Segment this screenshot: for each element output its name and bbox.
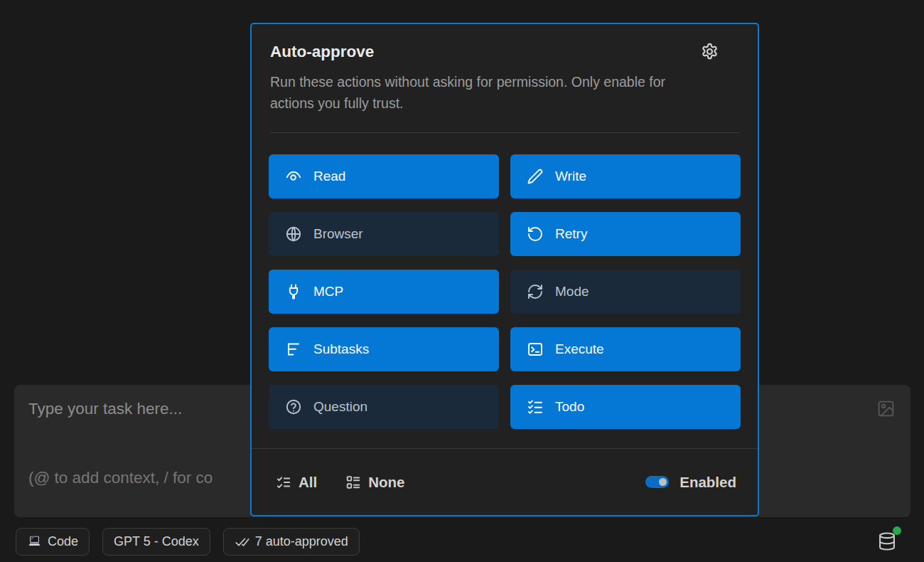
dialog-description: Run these actions without asking for per… — [270, 72, 692, 114]
mode-chip[interactable]: Code — [16, 528, 90, 556]
question-icon — [285, 398, 302, 415]
select-all-label: All — [299, 474, 317, 491]
action-label: Write — [555, 169, 586, 184]
action-label: Retry — [555, 226, 587, 242]
database-button[interactable] — [877, 528, 898, 552]
model-chip-label: GPT 5 - Codex — [114, 534, 199, 549]
select-all-button[interactable]: All — [276, 474, 317, 491]
dialog-footer: All None Enabled — [252, 449, 758, 515]
action-label: Subtasks — [313, 341, 369, 357]
auto-approve-chip-label: 7 auto-approved — [255, 534, 348, 549]
enabled-toggle-label: Enabled — [679, 474, 736, 491]
action-button-mode[interactable]: Mode — [510, 270, 741, 314]
action-label: Mode — [555, 284, 589, 299]
list-boxes-icon — [345, 474, 361, 490]
laptop-icon — [27, 534, 42, 549]
toggle-knob — [659, 478, 667, 486]
action-label: Browser — [313, 226, 363, 242]
action-label: Question — [313, 399, 367, 415]
auto-approve-chip[interactable]: 7 auto-approved — [223, 528, 360, 556]
action-button-retry[interactable]: Retry — [510, 212, 741, 256]
actions-grid: ReadWriteBrowserRetryMCPModeSubtasksExec… — [252, 133, 758, 448]
action-label: Todo — [555, 399, 584, 415]
action-button-todo[interactable]: Todo — [510, 385, 741, 429]
action-button-execute[interactable]: Execute — [510, 327, 741, 371]
app-window: Type your task here... (@ to add context… — [0, 0, 924, 562]
task-input-hint: (@ to add context, / for co — [28, 469, 213, 487]
action-button-write[interactable]: Write — [510, 154, 741, 198]
action-button-question[interactable]: Question — [269, 385, 499, 429]
action-button-subtasks[interactable]: Subtasks — [269, 327, 499, 371]
check-all-icon — [235, 534, 249, 549]
mode-chip-label: Code — [48, 534, 78, 549]
list-tree-icon — [285, 341, 302, 358]
action-label: Execute — [555, 341, 604, 357]
action-label: Read — [313, 169, 345, 184]
list-checks-icon — [527, 398, 544, 415]
dialog-title: Auto-approve — [270, 43, 374, 61]
select-none-button[interactable]: None — [345, 474, 404, 491]
task-input-placeholder: Type your task here... — [28, 400, 182, 418]
enabled-toggle[interactable] — [645, 476, 669, 488]
sync-icon — [527, 283, 544, 300]
status-bar: Code GPT 5 - Codex 7 auto-approved — [16, 528, 360, 556]
plug-icon — [285, 283, 302, 300]
action-label: MCP — [313, 284, 343, 299]
gear-icon[interactable] — [700, 42, 719, 61]
model-chip[interactable]: GPT 5 - Codex — [102, 528, 210, 556]
action-button-read[interactable]: Read — [269, 154, 499, 198]
retry-icon — [527, 226, 544, 243]
eye-icon — [285, 168, 302, 185]
status-dot — [893, 526, 901, 535]
globe-icon — [285, 226, 302, 243]
action-button-browser[interactable]: Browser — [269, 212, 499, 256]
auto-approve-dialog: Auto-approve Run these actions without a… — [250, 23, 759, 516]
select-none-label: None — [368, 474, 404, 491]
dialog-header: Auto-approve Run these actions without a… — [252, 24, 758, 133]
terminal-icon — [527, 341, 544, 358]
attach-image-icon[interactable] — [876, 399, 896, 418]
database-icon — [877, 542, 897, 554]
list-checks-icon — [276, 474, 291, 490]
pencil-icon — [527, 168, 544, 185]
action-button-mcp[interactable]: MCP — [269, 270, 499, 314]
